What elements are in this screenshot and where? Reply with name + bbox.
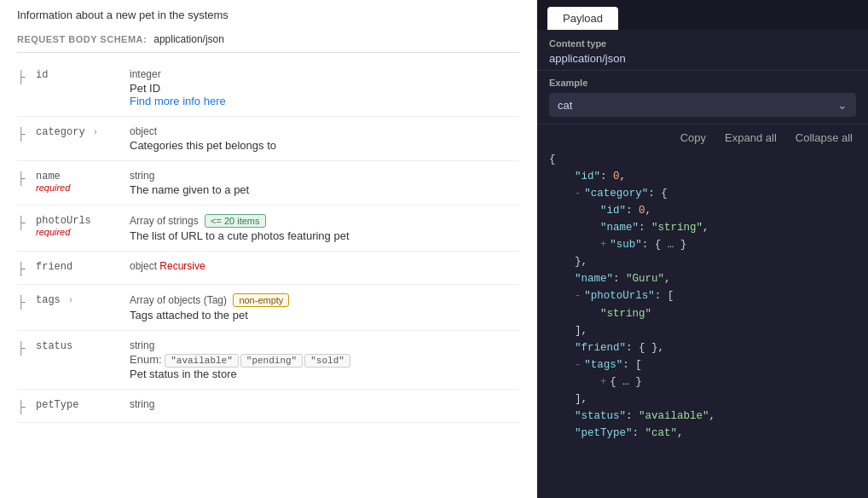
field-type: string [130, 339, 519, 351]
field-marker: ├ [17, 68, 36, 84]
table-row: ├photoUrlsrequiredArray of strings <= 20… [17, 206, 519, 252]
json-line: -"category": { [549, 185, 856, 202]
json-line: "friend": { }, [549, 339, 856, 356]
json-toolbar: Copy Expand all Collapse all [537, 124, 868, 151]
field-desc: The list of URL to a cute photos featuri… [130, 229, 519, 242]
badge: non-empty [233, 293, 289, 307]
example-value: cat [558, 99, 837, 112]
required-badge: required [36, 227, 130, 237]
field-marker: ├ [17, 339, 36, 355]
json-line: "petType": "cat", [549, 425, 856, 442]
json-line: +{ … } [549, 374, 856, 391]
enum-value: "pending" [240, 354, 303, 368]
field-type: Array of objects (Tag) non-empty [130, 293, 519, 307]
field-name: friend [36, 260, 130, 273]
json-line: { [549, 151, 856, 168]
json-line: ], [549, 322, 856, 339]
table-row: ├statusstringEnum: "available""pending""… [17, 331, 519, 390]
field-info: Array of strings <= 20 itemsThe list of … [130, 214, 519, 242]
badge: <= 20 items [205, 214, 265, 228]
field-name: petType [36, 398, 130, 411]
field-marker: ├ [17, 398, 36, 414]
field-desc: Pet ID [130, 82, 519, 95]
collapse-btn[interactable]: - [575, 359, 581, 371]
field-name: category › [36, 125, 130, 138]
json-line: -"tags": [ [549, 356, 856, 374]
chevron-down-icon: ⌄ [837, 98, 848, 112]
table-row: ├namerequiredstringThe name given to a p… [17, 161, 519, 206]
left-panel: Information about a new pet in the syste… [0, 0, 537, 498]
json-line: "name": "string", [549, 219, 856, 236]
field-desc: Categories this pet belongs to [130, 139, 519, 152]
table-row: ├idinteger Pet IDFind more info here [17, 60, 519, 117]
recursive-link[interactable]: Recursive [159, 260, 205, 272]
field-name: photoUrlsrequired [36, 214, 130, 237]
field-marker: ├ [17, 214, 36, 229]
table-row: ├friendobject Recursive [17, 252, 519, 285]
expand-btn[interactable]: + [600, 376, 606, 388]
expand-btn[interactable]: + [600, 239, 606, 251]
field-name: tags › [36, 293, 130, 306]
json-line: }, [549, 253, 856, 270]
field-type: string [130, 170, 519, 182]
table-row: ├category ›objectCategories this pet bel… [17, 117, 519, 161]
payload-tab-bar: Payload [537, 0, 868, 30]
field-name: namerequired [36, 170, 130, 193]
schema-header: REQUEST BODY SCHEMA: application/json [17, 33, 519, 53]
json-line: "string" [549, 305, 856, 322]
field-marker: ├ [17, 170, 36, 185]
example-select[interactable]: cat ⌄ [549, 93, 856, 117]
json-line: "status": "available", [549, 408, 856, 425]
expand-all-button[interactable]: Expand all [721, 130, 780, 146]
field-type: string [130, 398, 519, 410]
json-line: +"sub": { … } [549, 236, 856, 253]
field-name: status [36, 339, 130, 352]
field-desc: Pet status in the store [130, 368, 519, 380]
chevron-icon: › [93, 128, 98, 137]
field-marker: ├ [17, 260, 36, 275]
schema-type: application/json [153, 33, 224, 45]
field-marker: ├ [17, 293, 36, 309]
required-badge: required [36, 182, 130, 193]
collapse-all-button[interactable]: Collapse all [792, 130, 856, 146]
json-line: "id": 0, [549, 168, 856, 185]
table-row: ├tags ›Array of objects (Tag) non-emptyT… [17, 285, 519, 331]
field-type: integer [130, 68, 519, 80]
content-type-value: application/json [549, 52, 856, 65]
fields-container: ├idinteger Pet IDFind more info here├cat… [17, 60, 519, 423]
description: Information about a new pet in the syste… [17, 9, 519, 21]
field-info: objectCategories this pet belongs to [130, 125, 519, 152]
content-type-section: Content type application/json [537, 30, 868, 71]
schema-header-label: REQUEST BODY SCHEMA: [17, 34, 147, 44]
json-line: "id": 0, [549, 202, 856, 219]
field-link[interactable]: Find more info here [130, 95, 226, 107]
table-row: ├petTypestring [17, 390, 519, 423]
json-code: { "id": 0, -"category": { "id": 0, "name… [537, 151, 868, 498]
content-type-label: Content type [549, 38, 856, 49]
enum-value: "available" [165, 354, 239, 368]
field-type: object [130, 125, 519, 137]
example-section: Example cat ⌄ [537, 71, 868, 124]
copy-button[interactable]: Copy [677, 130, 709, 146]
json-line: "name": "Guru", [549, 270, 856, 287]
field-info: stringEnum: "available""pending""sold"Pe… [130, 339, 519, 380]
json-line: -"photoUrls": [ [549, 287, 856, 304]
example-label: Example [549, 78, 856, 88]
enum-value: "sold" [304, 354, 350, 368]
field-type: Array of strings <= 20 items [130, 214, 519, 228]
field-info: string [130, 398, 519, 412]
field-marker: ├ [17, 125, 36, 141]
collapse-btn[interactable]: - [575, 290, 581, 302]
collapse-btn[interactable]: - [575, 188, 581, 200]
field-desc: The name given to a pet [130, 183, 519, 196]
payload-tab[interactable]: Payload [547, 7, 618, 30]
field-info: integer Pet IDFind more info here [130, 68, 519, 107]
field-enum: Enum: "available""pending""sold" [130, 353, 519, 368]
field-desc: Tags attached to the pet [130, 309, 519, 321]
json-line: ], [549, 391, 856, 408]
right-panel: Payload Content type application/json Ex… [537, 0, 868, 498]
field-info: stringThe name given to a pet [130, 170, 519, 196]
field-info: Array of objects (Tag) non-emptyTags att… [130, 293, 519, 321]
field-info: object Recursive [130, 260, 519, 274]
field-type: object Recursive [130, 260, 519, 272]
